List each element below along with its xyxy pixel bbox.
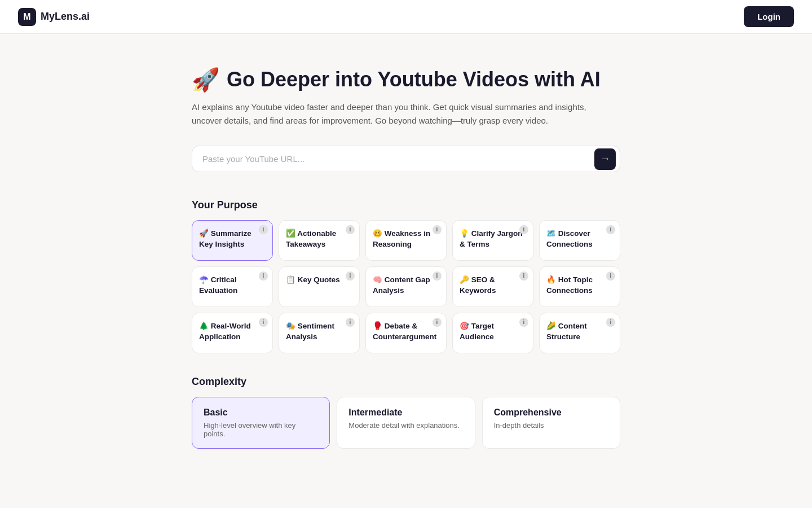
- logo-text: MyLens.ai: [41, 11, 90, 23]
- purpose-grid: 🚀 Summarize Key Insightsi✅ Actionable Ta…: [192, 220, 620, 353]
- purpose-card-info-icon-0[interactable]: i: [259, 225, 268, 234]
- purpose-card-7[interactable]: 🧠 Content Gap Analysisi: [365, 266, 447, 307]
- purpose-card-4[interactable]: 🗺️ Discover Connectionsi: [539, 220, 620, 261]
- complexity-name-2: Comprehensive: [494, 408, 608, 418]
- complexity-section: Complexity BasicHigh-level overview with…: [192, 376, 620, 449]
- purpose-card-5[interactable]: ☂️ Critical Evaluationi: [192, 266, 273, 307]
- purpose-card-8[interactable]: 🔑 SEO & Keywordsi: [452, 266, 533, 307]
- complexity-card-2[interactable]: ComprehensiveIn-depth details: [482, 397, 620, 449]
- purpose-card-info-icon-9[interactable]: i: [606, 271, 615, 281]
- purpose-card-12[interactable]: 🥊 Debate & Counterargumenti: [365, 313, 447, 353]
- complexity-card-0[interactable]: BasicHigh-level overview with key points…: [192, 397, 330, 449]
- purpose-card-6[interactable]: 📋 Key Quotesi: [279, 266, 360, 307]
- purpose-card-info-icon-2[interactable]: i: [433, 225, 442, 234]
- complexity-desc-0: High-level overview with key points.: [204, 421, 318, 438]
- complexity-name-0: Basic: [204, 408, 318, 418]
- complexity-card-1[interactable]: IntermediateModerate detail with explana…: [337, 397, 475, 449]
- url-input-section: →: [192, 146, 620, 172]
- purpose-section: Your Purpose 🚀 Summarize Key Insightsi✅ …: [192, 199, 620, 353]
- purpose-card-info-icon-11[interactable]: i: [346, 318, 355, 327]
- purpose-card-0[interactable]: 🚀 Summarize Key Insightsi: [192, 220, 273, 261]
- purpose-card-11[interactable]: 🎭 Sentiment Analysisi: [279, 313, 360, 353]
- purpose-card-label-10: 🌲 Real-World Application: [199, 321, 266, 343]
- purpose-card-14[interactable]: 🌽 Content Structurei: [539, 313, 620, 353]
- logo-icon: M: [18, 8, 36, 26]
- purpose-card-label-11: 🎭 Sentiment Analysis: [286, 321, 352, 343]
- arrow-right-icon: →: [600, 153, 610, 165]
- purpose-card-info-icon-14[interactable]: i: [606, 318, 615, 327]
- purpose-card-label-1: ✅ Actionable Takeaways: [286, 229, 352, 250]
- hero-title: 🚀 Go Deeper into Youtube Videos with AI: [192, 68, 620, 91]
- complexity-title: Complexity: [192, 376, 620, 388]
- purpose-card-3[interactable]: 💡 Clarify Jargon & Termsi: [452, 220, 533, 261]
- purpose-card-info-icon-7[interactable]: i: [433, 271, 442, 281]
- purpose-card-info-icon-12[interactable]: i: [433, 318, 442, 327]
- logo: M MyLens.ai: [18, 8, 90, 26]
- complexity-desc-2: In-depth details: [494, 421, 608, 430]
- purpose-card-label-12: 🥊 Debate & Counterargument: [373, 321, 439, 343]
- hero-section: 🚀 Go Deeper into Youtube Videos with AI …: [192, 68, 620, 128]
- purpose-card-9[interactable]: 🔥 Hot Topic Connectionsi: [539, 266, 620, 307]
- purpose-card-label-14: 🌽 Content Structure: [546, 321, 613, 343]
- purpose-card-info-icon-13[interactable]: i: [519, 318, 528, 327]
- hero-icon: 🚀: [192, 68, 220, 91]
- purpose-card-label-9: 🔥 Hot Topic Connections: [546, 275, 613, 296]
- purpose-card-1[interactable]: ✅ Actionable Takeawaysi: [279, 220, 360, 261]
- purpose-card-info-icon-3[interactable]: i: [519, 225, 528, 234]
- header: M MyLens.ai Login: [0, 0, 812, 34]
- purpose-card-label-2: 🥴 Weakness in Reasoning: [373, 229, 439, 250]
- purpose-card-13[interactable]: 🎯 Target Audiencei: [452, 313, 533, 353]
- hero-description: AI explains any Youtube video faster and…: [192, 100, 598, 128]
- purpose-card-label-5: ☂️ Critical Evaluation: [199, 275, 266, 296]
- url-input[interactable]: [192, 146, 620, 172]
- purpose-card-label-4: 🗺️ Discover Connections: [546, 229, 613, 250]
- purpose-card-label-0: 🚀 Summarize Key Insights: [199, 229, 266, 250]
- purpose-card-2[interactable]: 🥴 Weakness in Reasoningi: [365, 220, 447, 261]
- complexity-name-1: Intermediate: [348, 408, 463, 418]
- purpose-card-info-icon-6[interactable]: i: [346, 271, 355, 281]
- purpose-card-label-3: 💡 Clarify Jargon & Terms: [460, 229, 526, 250]
- purpose-card-label-13: 🎯 Target Audience: [460, 321, 526, 343]
- purpose-card-info-icon-10[interactable]: i: [259, 318, 268, 327]
- hero-title-text: Go Deeper into Youtube Videos with AI: [227, 68, 601, 91]
- purpose-card-10[interactable]: 🌲 Real-World Applicationi: [192, 313, 273, 353]
- complexity-desc-1: Moderate detail with explanations.: [348, 421, 463, 430]
- purpose-title: Your Purpose: [192, 199, 620, 211]
- purpose-card-info-icon-5[interactable]: i: [259, 271, 268, 281]
- purpose-card-label-8: 🔑 SEO & Keywords: [460, 275, 526, 296]
- complexity-grid: BasicHigh-level overview with key points…: [192, 397, 620, 449]
- main-content: 🚀 Go Deeper into Youtube Videos with AI …: [180, 34, 632, 471]
- purpose-card-label-6: 📋 Key Quotes: [286, 275, 340, 286]
- purpose-card-info-icon-4[interactable]: i: [606, 225, 615, 234]
- login-button[interactable]: Login: [744, 6, 794, 27]
- purpose-card-info-icon-8[interactable]: i: [519, 271, 528, 281]
- url-submit-button[interactable]: →: [594, 148, 616, 170]
- purpose-card-info-icon-1[interactable]: i: [346, 225, 355, 234]
- purpose-card-label-7: 🧠 Content Gap Analysis: [373, 275, 439, 296]
